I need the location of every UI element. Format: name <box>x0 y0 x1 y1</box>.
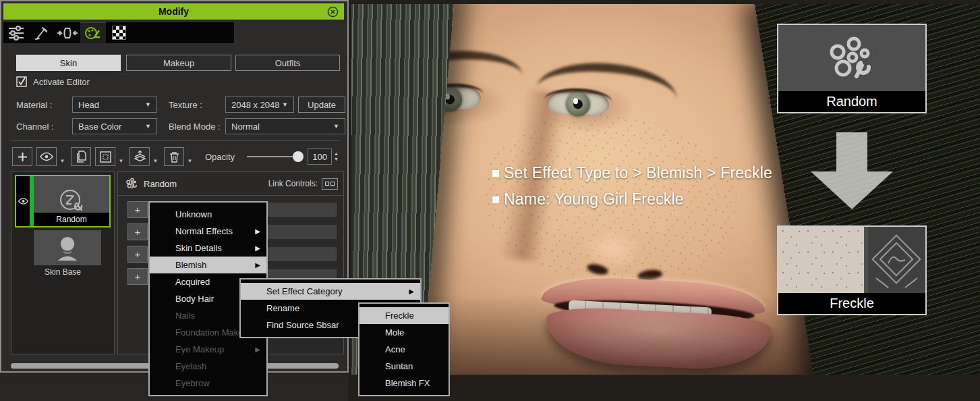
menu-item-blemish-fx[interactable]: Blemish FX <box>359 375 449 392</box>
link-controls-button[interactable] <box>322 178 338 190</box>
guide-tile-freckle-label: Freckle <box>778 293 925 314</box>
bake-layers-icon <box>134 151 146 163</box>
duplicate-icon <box>76 151 86 163</box>
tab-appearance-active[interactable] <box>80 22 106 43</box>
menu-item-acne[interactable]: Acne <box>359 341 449 358</box>
menu-item-set-effect-category[interactable]: Set Effect Category▶ <box>241 283 420 300</box>
select-mask-button[interactable] <box>95 147 115 166</box>
opacity-spinner[interactable]: ▲▼ <box>334 151 339 162</box>
blend-mode-label: Blend Mode : <box>169 122 221 132</box>
eye-right <box>546 90 609 115</box>
bake-layers-button[interactable] <box>129 147 150 166</box>
menu-item-eyebrow: Eyebrow <box>150 375 266 392</box>
trash-icon <box>169 151 179 163</box>
divider <box>11 140 340 141</box>
menu-item-unknown[interactable]: Unknown <box>150 206 266 223</box>
menu-item-suntan[interactable]: Suntan <box>359 358 449 375</box>
menu-item-normal-effects[interactable]: Normal Effects▶ <box>150 223 266 240</box>
layer-random-label: Random <box>34 213 109 226</box>
add-effect-button[interactable]: + <box>127 268 148 285</box>
submenu-arrow-icon: ▶ <box>255 346 260 353</box>
guide-tile-random: Random <box>777 24 927 113</box>
menu-item-eye-makeup: Eye Makeup▶ <box>150 341 266 358</box>
category-submenu: Freckle Mole Acne Suntan Blemish FX <box>358 302 450 396</box>
freckle-texture-thumbnail <box>778 227 864 293</box>
palette-icon <box>84 25 103 41</box>
chevron-down-icon: ▼ <box>282 101 288 108</box>
layer-random-thumbnail: Random <box>34 176 109 226</box>
checkerboard-icon <box>112 26 126 40</box>
select-options-caret[interactable]: ▼ <box>117 147 125 166</box>
channel-dropdown[interactable]: Base Color▼ <box>72 118 157 134</box>
morph-arrows-icon <box>57 25 78 41</box>
activate-editor-checkbox[interactable] <box>16 76 27 87</box>
submenu-arrow-icon: ▶ <box>255 228 260 235</box>
tab-texture[interactable] <box>106 22 132 43</box>
pin-brush-icon <box>34 25 50 41</box>
menu-item-skin-details[interactable]: Skin Details▶ <box>150 240 266 257</box>
opacity-slider[interactable] <box>247 156 298 157</box>
close-icon[interactable] <box>327 6 339 18</box>
annotation-line-2: Name: Young Girl Freckle <box>492 190 684 209</box>
visibility-button[interactable] <box>36 147 57 166</box>
opacity-label: Opacity <box>205 152 235 162</box>
sliders-icon <box>7 25 25 41</box>
layer-skin-base-thumbnail <box>34 230 101 265</box>
category-button-skin[interactable]: Skin <box>16 55 121 71</box>
add-effect-button[interactable]: + <box>127 246 148 263</box>
bullet-square <box>492 196 499 203</box>
down-arrow <box>808 132 896 211</box>
bake-options-caret[interactable]: ▼ <box>151 147 160 166</box>
guide-tile-freckle: Freckle <box>777 225 927 315</box>
tab-morph[interactable] <box>55 22 80 43</box>
add-effect-button[interactable]: + <box>127 223 148 240</box>
tab-edit[interactable] <box>29 22 55 43</box>
layer-detail-title: Random <box>144 179 177 189</box>
marquee-icon <box>100 151 111 163</box>
menu-item-mole[interactable]: Mole <box>359 324 449 341</box>
layer-item-skin-base[interactable]: Skin Base <box>15 230 111 280</box>
layer-skin-base-label: Skin Base <box>15 265 111 279</box>
category-button-makeup[interactable]: Makeup <box>126 55 231 71</box>
material-label: Material : <box>16 100 52 110</box>
submenu-arrow-icon: ▶ <box>409 288 414 295</box>
layer-item-random[interactable]: Random <box>15 175 111 228</box>
link-controls-label: Link Controls: <box>268 179 318 188</box>
add-effect-button[interactable]: + <box>127 201 148 218</box>
tab-adjust[interactable] <box>3 22 29 43</box>
layer-visibility-cell[interactable] <box>16 176 30 226</box>
opacity-slider-knob[interactable] <box>293 151 304 162</box>
category-button-outfits[interactable]: Outfits <box>235 55 340 71</box>
layer-detail-header: Random Link Controls: <box>118 172 343 196</box>
submenu-arrow-icon: ▶ <box>255 261 260 269</box>
activate-editor-row: Activate Editor <box>16 76 90 87</box>
visibility-options-caret[interactable]: ▼ <box>58 147 67 166</box>
chevron-down-icon: ▼ <box>333 123 339 130</box>
blend-mode-dropdown[interactable]: Normal▼ <box>225 118 345 134</box>
app-window: Set Effect Type to > Blemish > Freckle N… <box>0 0 980 401</box>
add-layer-button[interactable] <box>12 147 32 166</box>
plus-icon <box>18 152 28 162</box>
randomize-wrench-icon <box>57 187 86 215</box>
guide-tile-random-label: Random <box>778 91 925 112</box>
eye-icon <box>18 198 28 205</box>
annotation-line-1: Set Effect Type to > Blemish > Freckle <box>492 164 772 182</box>
layer-list: Random Skin Base <box>11 171 115 354</box>
layer-toolbar: ▼ ▼ ▼ <box>12 146 345 167</box>
delete-layer-button[interactable] <box>164 147 184 166</box>
menu-item-blemish[interactable]: Blemish▶ <box>150 257 266 273</box>
eye-icon <box>40 152 53 161</box>
texture-size-dropdown[interactable]: 2048 x 2048▼ <box>225 97 294 113</box>
channel-label: Channel : <box>16 122 54 132</box>
duplicate-layer-button[interactable] <box>71 147 91 166</box>
random-bubbles-wrench-icon <box>827 36 880 82</box>
menu-item-freckle[interactable]: Freckle <box>359 307 449 324</box>
bullet-square <box>492 170 499 177</box>
submenu-arrow-icon: ▶ <box>255 244 260 252</box>
delete-options-caret[interactable]: ▼ <box>185 147 194 166</box>
panel-title: Modify <box>158 6 189 17</box>
opacity-value[interactable]: 100 <box>308 149 332 165</box>
panel-titlebar[interactable]: Modify <box>3 3 344 20</box>
material-dropdown[interactable]: Head▼ <box>72 97 157 113</box>
update-button[interactable]: Update <box>298 97 345 113</box>
